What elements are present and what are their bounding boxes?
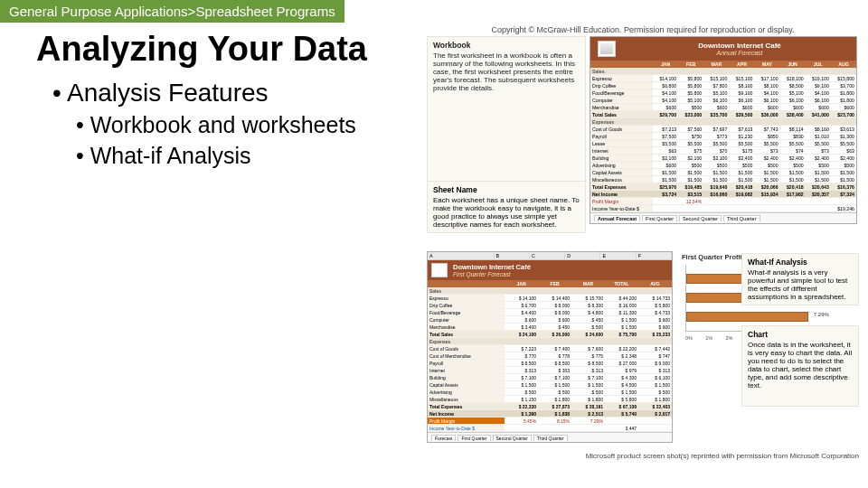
section-label: Sales: [590, 68, 856, 75]
figures-area: Copyright © McGraw-Hill Education. Permi…: [427, 25, 859, 224]
cell: $ 7,223: [505, 345, 538, 352]
cell: $ 5,800: [638, 302, 672, 309]
col-header: TOTAL: [605, 280, 638, 287]
sheet-tab[interactable]: Third Quarter: [723, 215, 760, 221]
cell: $14,100: [653, 75, 678, 82]
cell: $ 600: [505, 316, 538, 324]
cell: [729, 198, 754, 205]
col-header: [428, 280, 505, 287]
cell: $ 1,500: [571, 381, 605, 389]
cell: $ 5,740: [605, 410, 638, 418]
cell: $500: [729, 162, 754, 169]
workbook-annual-title: Downtown Internet Café: [623, 42, 856, 50]
cell: $20,643: [806, 183, 831, 191]
cafe-logo-icon: [598, 41, 616, 57]
cell: $5,500: [754, 140, 779, 147]
cell: $ 75,700: [605, 331, 638, 338]
cell: $5,500: [831, 140, 856, 147]
cell: $8,100: [729, 82, 754, 89]
cell: $36,000: [754, 111, 779, 118]
row-label: Drip Coffee: [590, 82, 653, 89]
cell: $23,000: [678, 111, 703, 118]
cell: $3,724: [653, 191, 678, 198]
cell: $ 26,000: [538, 331, 571, 338]
row-label: Espresso: [428, 295, 505, 302]
cell: $ 979: [605, 367, 638, 374]
cell: $ 22,403: [638, 403, 672, 410]
cell: $ 6,100: [638, 374, 672, 381]
cell: $41,000: [806, 111, 831, 118]
callout-chart-body: Once data is in the worksheet, it is ver…: [748, 341, 853, 389]
cell: $39,500: [729, 111, 754, 118]
cell: $1,500: [678, 176, 703, 183]
row-label: Merchandise: [590, 104, 653, 111]
cell: $175: [729, 147, 754, 155]
cell: $773: [703, 133, 729, 140]
cell: $8,500: [780, 82, 806, 89]
sheet-tab[interactable]: Annual Forecast: [594, 215, 640, 221]
cell: $74: [780, 147, 806, 155]
sheet-tab[interactable]: Second Quarter: [493, 435, 532, 441]
cell: $25,976: [653, 183, 678, 191]
cell: $3,613: [831, 126, 856, 133]
cell: $15,100: [729, 75, 754, 82]
sheet-tab[interactable]: Forecast: [431, 435, 456, 441]
cell: $5,800: [678, 82, 703, 89]
sheet-tab[interactable]: First Quarter: [458, 435, 490, 441]
cell: $ 4,300: [605, 374, 638, 381]
col-header: MAY: [754, 61, 779, 68]
callout-workbook-title: Workbook: [433, 41, 580, 50]
cell: $1,500: [653, 169, 678, 176]
row-label: Lease: [590, 140, 653, 147]
row-label: Cost of Merchandise: [428, 352, 505, 360]
workbook-quarter-title: Downtown Internet Café: [453, 263, 531, 271]
row-label: Capital Assets: [590, 169, 653, 176]
section-label: Expenses: [428, 338, 672, 345]
workbook-quarter: ABCDEF Downtown Internet Café First Quar…: [427, 251, 673, 443]
breadcrumb: General Purpose Applications>Spreadsheet…: [0, 0, 344, 23]
cell: $1,500: [729, 176, 754, 183]
col-header: MAR: [703, 61, 729, 68]
cell: $1,500: [754, 169, 779, 176]
cell: $ 2,513: [571, 410, 605, 418]
cell: $1,800: [831, 89, 856, 97]
workbook-quarter-subtitle: First Quarter Forecast: [453, 271, 531, 277]
cell: $7,613: [729, 126, 754, 133]
cell: $5,500: [703, 140, 729, 147]
cell: $500: [678, 104, 703, 111]
cell: $ 8,000: [538, 309, 571, 316]
sheet-tab[interactable]: Third Quarter: [533, 435, 568, 441]
xtick: 1%: [705, 335, 712, 341]
chart-bar: 7.29%: [686, 312, 808, 322]
cell: 12.54%: [678, 198, 703, 205]
cell: $ 8,300: [571, 302, 605, 309]
cell: $8,100: [754, 82, 779, 89]
cell: [638, 418, 672, 425]
cell: $ 4,733: [638, 309, 672, 316]
row-label: Total Sales: [590, 111, 653, 118]
col-header: MAR: [571, 280, 605, 287]
cell: $ 27,873: [538, 403, 571, 410]
spreadsheet-col: A: [428, 252, 495, 259]
cell: $600: [703, 104, 729, 111]
cell: $ 28,191: [571, 403, 605, 410]
cell: [538, 425, 571, 432]
sheet-tab[interactable]: Second Quarter: [679, 215, 722, 221]
callout-sheet-name-title: Sheet Name: [433, 185, 580, 194]
col-header: FEB: [678, 61, 703, 68]
cell: $70: [703, 147, 729, 155]
cell: $2,400: [729, 155, 754, 162]
cell: $63: [653, 147, 678, 155]
cell: $600: [653, 104, 678, 111]
col-header: FEB: [538, 280, 571, 287]
cell: $1,230: [729, 133, 754, 140]
cell: $5,500: [678, 140, 703, 147]
cell: $16,060: [703, 191, 729, 198]
cell: [780, 198, 806, 205]
sheet-tab[interactable]: First Quarter: [642, 215, 677, 221]
cell: $73: [754, 147, 779, 155]
cell: $ 22,200: [605, 345, 638, 352]
xtick: 0%: [685, 335, 693, 341]
col-header: APR: [729, 61, 754, 68]
cell: [806, 205, 831, 212]
